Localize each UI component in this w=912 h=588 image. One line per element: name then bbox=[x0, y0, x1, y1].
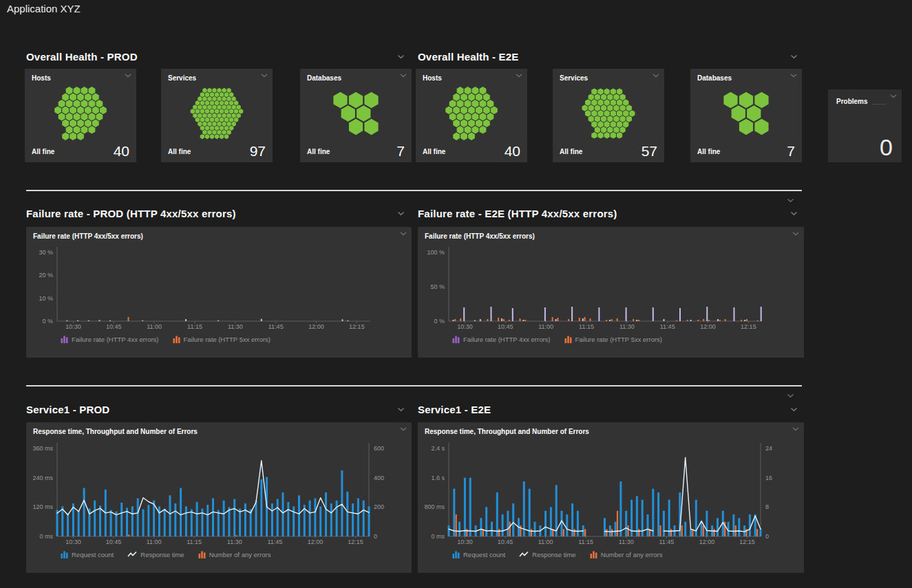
honeycomb-healthy bbox=[25, 81, 136, 146]
bar-chart-icon bbox=[61, 550, 68, 558]
section-title-health-e2e: Overall Health - E2E bbox=[418, 51, 519, 63]
svg-text:11:15: 11:15 bbox=[579, 323, 594, 330]
svg-text:11:45: 11:45 bbox=[659, 538, 674, 545]
svg-text:0 %: 0 % bbox=[42, 318, 53, 325]
chevron-down-icon[interactable] bbox=[397, 211, 405, 216]
chart-legend: Failure rate (HTTP 4xx errors) Failure r… bbox=[452, 335, 662, 343]
dashboard: Application XYZ Overall Health - PROD Ov… bbox=[0, 0, 912, 588]
chart-tile-service-prod[interactable]: Response time, Throughput and Number of … bbox=[26, 422, 412, 573]
chevron-down-icon[interactable] bbox=[790, 407, 798, 412]
chevron-down-icon[interactable] bbox=[790, 211, 798, 216]
legend-item-request-count[interactable]: Request count bbox=[61, 550, 114, 558]
legend-item-4xx[interactable]: Failure rate (HTTP 4xx errors) bbox=[452, 335, 551, 343]
legend-item-request-count[interactable]: Request count bbox=[452, 550, 505, 558]
health-tile-databases-prod[interactable]: Databases All fine 7 bbox=[300, 69, 412, 162]
legend-item-5xx[interactable]: Failure rate (HTTP 5xx errors) bbox=[564, 335, 663, 343]
service-metrics-chart[interactable]: 0 ms800 ms1.6 s2.4 s08162410:3010:4511:0… bbox=[418, 422, 804, 552]
chart-tile-failure-e2e[interactable]: Failure rate (HTTP 4xx/5xx errors) 0 %50… bbox=[418, 227, 804, 358]
bar-chart-icon bbox=[198, 550, 206, 558]
svg-text:400: 400 bbox=[374, 475, 384, 481]
svg-text:10:45: 10:45 bbox=[498, 538, 513, 545]
health-tile-services-prod[interactable]: Services All fine 97 bbox=[161, 69, 273, 162]
health-tile-hosts-prod[interactable]: Hosts All fine 40 bbox=[25, 69, 136, 162]
svg-text:100 %: 100 % bbox=[427, 249, 445, 256]
chevron-down-icon[interactable] bbox=[792, 232, 799, 236]
svg-text:10:30: 10:30 bbox=[65, 538, 81, 545]
chevron-down-icon[interactable] bbox=[516, 74, 522, 78]
section-header-health-prod[interactable]: Overall Health - PROD bbox=[26, 50, 405, 63]
section-title-failure-e2e: Failure rate - E2E (HTTP 4xx/5xx errors) bbox=[418, 208, 617, 219]
section-header-service-e2e[interactable]: Service1 - E2E bbox=[418, 402, 798, 416]
section-header-service-prod[interactable]: Service1 - PROD bbox=[26, 402, 405, 416]
svg-text:0: 0 bbox=[765, 533, 769, 540]
legend-item-errors[interactable]: Number of any errors bbox=[198, 550, 271, 558]
bar-chart-icon bbox=[452, 335, 460, 343]
svg-text:120 ms: 120 ms bbox=[32, 503, 53, 510]
health-tile-hosts-e2e[interactable]: Hosts All fine 40 bbox=[416, 69, 527, 162]
svg-text:11:00: 11:00 bbox=[538, 323, 553, 330]
legend-label: Failure rate (HTTP 5xx errors) bbox=[575, 336, 663, 343]
svg-text:10:45: 10:45 bbox=[106, 538, 122, 545]
collapse-chevron-icon[interactable] bbox=[787, 389, 794, 401]
service-metrics-chart[interactable]: 0 ms120 ms240 ms360 ms020040060010:3010:… bbox=[26, 422, 412, 552]
chevron-down-icon[interactable] bbox=[790, 74, 797, 78]
chevron-down-icon[interactable] bbox=[400, 232, 407, 236]
status-text: All fine bbox=[423, 148, 445, 155]
legend-item-response-time[interactable]: Response time bbox=[519, 551, 575, 558]
honeycomb-healthy bbox=[300, 81, 412, 146]
svg-text:2.4 s: 2.4 s bbox=[431, 445, 445, 452]
legend-item-5xx[interactable]: Failure rate (HTTP 5xx errors) bbox=[173, 335, 271, 343]
section-header-failure-e2e[interactable]: Failure rate - E2E (HTTP 4xx/5xx errors) bbox=[418, 206, 798, 220]
svg-text:24: 24 bbox=[765, 445, 772, 452]
chevron-down-icon[interactable] bbox=[790, 54, 798, 59]
collapse-chevron-icon[interactable] bbox=[787, 193, 794, 206]
svg-text:12:00: 12:00 bbox=[700, 323, 716, 330]
svg-text:12:00: 12:00 bbox=[308, 323, 324, 330]
chevron-down-icon[interactable] bbox=[397, 407, 405, 412]
chart-title: Failure rate (HTTP 4xx/5xx errors) bbox=[33, 232, 143, 240]
section-header-health-e2e[interactable]: Overall Health - E2E bbox=[418, 50, 798, 63]
svg-text:11:00: 11:00 bbox=[538, 538, 553, 545]
bar-chart-icon bbox=[590, 550, 597, 558]
chart-legend: Request count Response time Number of an… bbox=[61, 550, 271, 558]
svg-text:11:15: 11:15 bbox=[187, 323, 202, 330]
svg-text:11:00: 11:00 bbox=[147, 538, 162, 545]
legend-item-errors[interactable]: Number of any errors bbox=[590, 550, 663, 558]
chart-title: Failure rate (HTTP 4xx/5xx errors) bbox=[425, 232, 535, 240]
honeycomb-healthy bbox=[553, 81, 664, 146]
chevron-down-icon[interactable] bbox=[792, 427, 799, 431]
failure-rate-chart[interactable]: 0 %10 %20 %30 %10:3010:4511:0011:1511:30… bbox=[26, 227, 412, 337]
chevron-down-icon[interactable] bbox=[397, 54, 405, 59]
svg-text:20 %: 20 % bbox=[39, 272, 53, 279]
chevron-down-icon[interactable] bbox=[125, 74, 131, 78]
chevron-down-icon[interactable] bbox=[400, 427, 407, 431]
section-header-failure-prod[interactable]: Failure rate - PROD (HTTP 4xx/5xx errors… bbox=[26, 206, 405, 220]
health-tile-services-e2e[interactable]: Services All fine 57 bbox=[553, 69, 664, 162]
problems-tile[interactable]: Problems 0 bbox=[828, 89, 902, 162]
svg-text:11:15: 11:15 bbox=[187, 538, 202, 545]
legend-label: Response time bbox=[140, 551, 184, 558]
svg-text:12:15: 12:15 bbox=[349, 323, 365, 330]
status-text: All fine bbox=[560, 148, 582, 155]
chevron-down-icon[interactable] bbox=[653, 74, 659, 78]
legend-item-response-time[interactable]: Response time bbox=[127, 551, 184, 558]
legend-label: Number of any errors bbox=[209, 551, 271, 558]
svg-text:12:15: 12:15 bbox=[741, 323, 756, 330]
chevron-down-icon[interactable] bbox=[890, 94, 897, 98]
chart-tile-service-e2e[interactable]: Response time, Throughput and Number of … bbox=[418, 422, 804, 573]
tile-title: Hosts bbox=[423, 74, 442, 82]
chevron-down-icon[interactable] bbox=[261, 74, 268, 78]
chart-title: Response time, Throughput and Number of … bbox=[33, 428, 198, 435]
section-title-health-prod: Overall Health - PROD bbox=[26, 51, 138, 63]
svg-text:11:30: 11:30 bbox=[619, 323, 635, 330]
chevron-down-icon[interactable] bbox=[400, 74, 407, 78]
section-title-service-prod: Service1 - PROD bbox=[26, 404, 109, 415]
failure-rate-chart[interactable]: 0 %50 %100 %10:3010:4511:0011:1511:3011:… bbox=[418, 227, 804, 337]
svg-text:12:00: 12:00 bbox=[699, 538, 715, 545]
svg-text:30 %: 30 % bbox=[39, 249, 53, 256]
svg-text:11:00: 11:00 bbox=[147, 323, 162, 330]
health-tile-databases-e2e[interactable]: Databases All fine 7 bbox=[690, 69, 802, 162]
legend-label: Failure rate (HTTP 5xx errors) bbox=[184, 336, 271, 343]
legend-item-4xx[interactable]: Failure rate (HTTP 4xx errors) bbox=[61, 335, 159, 343]
chart-tile-failure-prod[interactable]: Failure rate (HTTP 4xx/5xx errors) 0 %10… bbox=[26, 227, 412, 358]
